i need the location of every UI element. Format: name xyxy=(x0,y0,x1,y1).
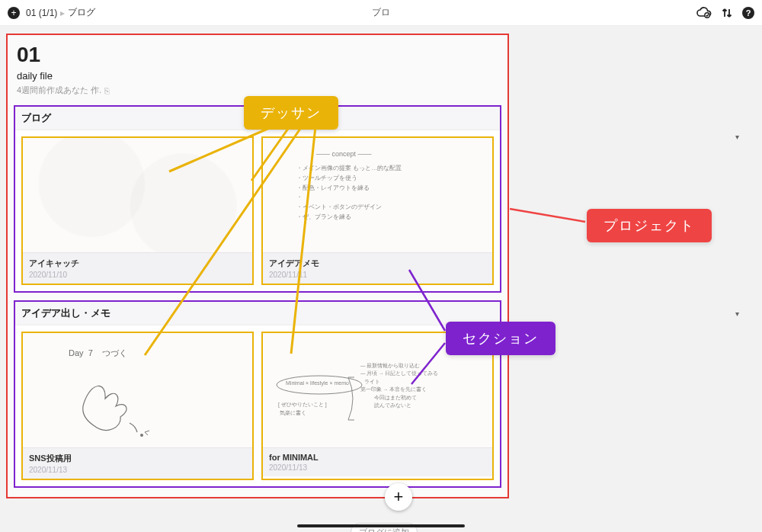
project-header: 01 daily file 4週間前作成あなた 作. ⎘ xyxy=(8,35,507,98)
card-name: アイデアメモ xyxy=(269,258,486,269)
card-canvas: Minimal × lifestyle × memo [ ぜひやりたいこと ] … xyxy=(263,333,492,447)
breadcrumb[interactable]: 01 (1/1) ▸ ブログ xyxy=(26,6,95,19)
card-name: アイキャッチ xyxy=(29,258,246,269)
breadcrumb-separator: ▸ xyxy=(60,8,65,18)
card-date: 2020/11/10 xyxy=(29,271,246,279)
sort-icon[interactable] xyxy=(721,7,733,19)
home-indicator xyxy=(297,524,465,527)
sketch-bracket-icon xyxy=(347,376,370,421)
chevron-down-icon[interactable]: ▾ xyxy=(735,309,739,318)
card-canvas xyxy=(23,138,252,252)
add-fab-button[interactable]: + xyxy=(385,483,412,511)
project-number: 01 xyxy=(17,43,498,67)
stage: 01 daily file 4週間前作成あなた 作. ⎘ ブログ アイキャッチ … xyxy=(0,26,762,532)
svg-line-7 xyxy=(510,209,585,222)
card-name: for MINIMAL xyxy=(269,453,486,462)
sketch-hand-icon xyxy=(76,373,160,441)
topbar: + 01 (1/1) ▸ ブログ ブロ ? xyxy=(0,0,762,26)
card-date: 2020/11/11 xyxy=(269,271,486,279)
link-icon[interactable]: ⎘ xyxy=(104,86,110,95)
section-blog: ブログ アイキャッチ 2020/11/10 —— concept —— ・メイン… xyxy=(14,105,501,293)
project-meta: 4週間前作成あなた 作. ⎘ xyxy=(17,85,498,96)
section-title[interactable]: ブログ xyxy=(15,107,500,130)
help-icon[interactable]: ? xyxy=(742,7,754,19)
annotation-project: プロジェクト xyxy=(587,209,712,242)
breadcrumb-section[interactable]: ブログ xyxy=(68,6,95,19)
section-title[interactable]: アイデア出し・メモ xyxy=(15,302,500,325)
card-canvas: Day 7 つづく xyxy=(23,333,252,447)
sync-cloud-icon[interactable] xyxy=(696,7,712,19)
card-date: 2020/11/13 xyxy=(269,463,486,472)
card-name: SNS投稿用 xyxy=(29,453,246,464)
add-icon[interactable]: + xyxy=(8,7,20,19)
section-idea-memo: アイデア出し・メモ Day 7 つづく SNS投稿用 xyxy=(14,300,501,488)
project-box: 01 daily file 4週間前作成あなた 作. ⎘ ブログ アイキャッチ … xyxy=(6,34,509,498)
card-sns[interactable]: Day 7 つづく SNS投稿用 2020/11/13 xyxy=(21,332,254,480)
search-text[interactable]: ブロ xyxy=(372,6,390,19)
project-subtitle: daily file xyxy=(17,70,498,82)
card-date: 2020/11/13 xyxy=(29,466,246,474)
card-for-minimal[interactable]: Minimal × lifestyle × memo [ ぜひやりたいこと ] … xyxy=(261,332,494,480)
breadcrumb-project[interactable]: 01 (1/1) xyxy=(26,8,57,18)
card-aikyatchi[interactable]: アイキャッチ 2020/11/10 xyxy=(21,136,254,285)
chevron-down-icon[interactable]: ▾ xyxy=(735,133,739,141)
card-idea-memo[interactable]: —— concept —— ・メイン画像の提案 もっと…的な配置 ・ツールチップ… xyxy=(261,136,494,285)
svg-point-1 xyxy=(140,434,143,437)
card-canvas: —— concept —— ・メイン画像の提案 もっと…的な配置 ・ツールチップ… xyxy=(263,138,492,252)
